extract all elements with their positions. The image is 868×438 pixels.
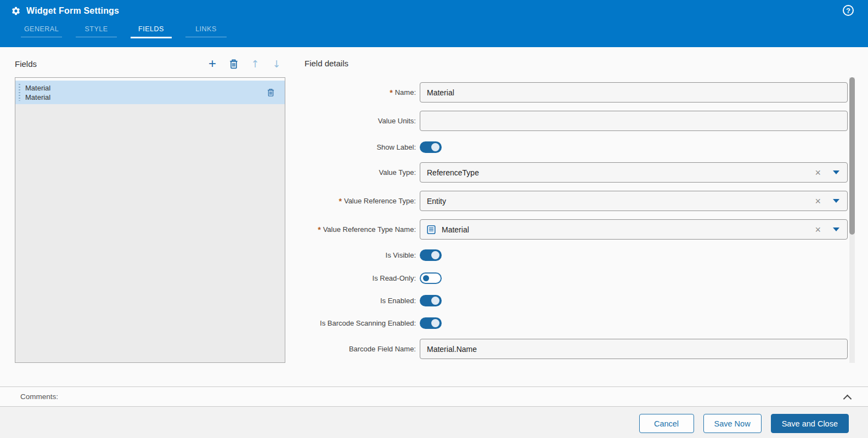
show-label-toggle[interactable] <box>420 141 442 153</box>
is-enabled-row: Is Enabled: <box>305 295 848 306</box>
dialog-header: Widget Form Settings ? GENERAL STYLE FIE… <box>0 0 868 47</box>
tab-general[interactable]: GENERAL <box>21 25 62 38</box>
help-icon[interactable]: ? <box>843 5 854 16</box>
widget-form-settings-dialog: Widget Form Settings ? GENERAL STYLE FIE… <box>0 0 868 438</box>
add-field-button[interactable]: + <box>207 57 218 70</box>
barcode-field-name-row: Barcode Field Name: <box>305 339 848 359</box>
field-details-form: *Name: Value Units: Show Label: Value Ty… <box>305 82 848 359</box>
value-type-select[interactable]: ReferenceType × <box>420 162 848 183</box>
entity-list-icon <box>427 225 436 235</box>
name-input[interactable] <box>420 82 848 103</box>
move-field-up-button[interactable]: ↑ <box>250 57 261 70</box>
cancel-button[interactable]: Cancel <box>639 414 694 433</box>
dialog-footer: Cancel Save Now Save and Close <box>0 407 868 438</box>
barcode-field-name-input[interactable] <box>420 339 848 359</box>
value-type-row: Value Type: ReferenceType × <box>305 162 848 183</box>
is-visible-label: Is Visible: <box>305 249 416 261</box>
name-row: *Name: <box>305 82 848 103</box>
value-reference-type-name-label: *Value Reference Type Name: <box>305 219 416 240</box>
value-reference-type-row: *Value Reference Type: Entity × <box>305 191 848 211</box>
tab-style[interactable]: STYLE <box>76 25 117 38</box>
value-reference-type-name-row: *Value Reference Type Name: Material × <box>305 219 848 240</box>
fields-panel-title: Fields <box>15 59 37 69</box>
row-delete-icon[interactable] <box>267 88 275 97</box>
value-units-label: Value Units: <box>305 111 416 131</box>
delete-field-button[interactable] <box>228 57 239 70</box>
value-reference-type-label: *Value Reference Type: <box>305 191 416 211</box>
is-enabled-label: Is Enabled: <box>305 295 416 306</box>
scrollbar-thumb[interactable] <box>849 77 855 235</box>
comments-bar[interactable]: Comments: <box>0 386 868 407</box>
show-label-label: Show Label: <box>305 141 416 153</box>
comments-label: Comments: <box>20 393 58 401</box>
list-item-material[interactable]: Material Material <box>15 81 285 104</box>
is-barcode-row: Is Barcode Scanning Enabled: <box>305 317 848 329</box>
fields-list: Material Material <box>15 77 285 363</box>
tab-links[interactable]: LINKS <box>185 25 227 38</box>
clear-icon[interactable]: × <box>815 196 821 206</box>
fields-toolbar: + ↑ ↓ <box>207 57 285 70</box>
value-units-row: Value Units: <box>305 111 848 131</box>
value-type-label: Value Type: <box>305 162 416 183</box>
is-read-only-row: Is Read-Only: <box>305 272 848 284</box>
chevron-down-icon[interactable] <box>833 227 839 231</box>
name-label: *Name: <box>305 82 416 103</box>
tab-fields[interactable]: FIELDS <box>131 25 172 38</box>
trash-icon <box>229 59 239 69</box>
save-and-close-button[interactable]: Save and Close <box>771 414 849 433</box>
chevron-down-icon[interactable] <box>833 170 839 174</box>
list-item-text: Material Material <box>25 83 50 102</box>
clear-icon[interactable]: × <box>815 168 821 178</box>
dialog-title: Widget Form Settings <box>26 6 119 16</box>
show-label-row: Show Label: <box>305 141 848 153</box>
is-read-only-toggle[interactable] <box>420 272 442 284</box>
is-enabled-toggle[interactable] <box>420 295 442 306</box>
clear-icon[interactable]: × <box>815 225 821 235</box>
is-visible-toggle[interactable] <box>420 249 442 261</box>
value-reference-type-name-select[interactable]: Material × <box>420 219 848 240</box>
field-details-title: Field details <box>305 59 348 68</box>
barcode-field-name-label: Barcode Field Name: <box>305 339 416 359</box>
value-reference-type-select[interactable]: Entity × <box>420 191 848 211</box>
tab-bar: GENERAL STYLE FIELDS LINKS <box>21 25 240 38</box>
form-scrollbar[interactable] <box>849 77 855 363</box>
list-item-title: Material <box>25 83 50 93</box>
value-units-input[interactable] <box>420 111 848 131</box>
chevron-up-icon[interactable] <box>843 395 852 403</box>
gear-icon <box>11 6 21 16</box>
move-field-down-button[interactable]: ↓ <box>271 57 282 70</box>
list-item-subtitle: Material <box>25 93 50 102</box>
save-now-button[interactable]: Save Now <box>703 414 762 433</box>
chevron-down-icon[interactable] <box>833 199 839 203</box>
is-visible-row: Is Visible: <box>305 249 848 261</box>
is-read-only-label: Is Read-Only: <box>305 272 416 284</box>
is-barcode-toggle[interactable] <box>420 317 442 329</box>
is-barcode-label: Is Barcode Scanning Enabled: <box>305 317 416 329</box>
drag-handle-icon[interactable] <box>19 84 20 101</box>
